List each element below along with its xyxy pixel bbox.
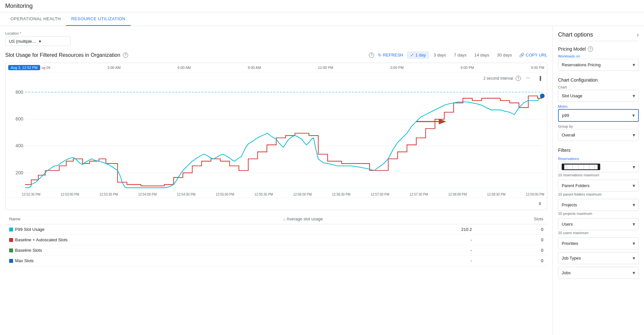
pricing-model-dropdown[interactable]: Reservations Pricing ▾	[558, 59, 639, 71]
pricing-help-icon[interactable]: ?	[588, 46, 593, 52]
job-types-dropdown[interactable]: Job Types ▾	[558, 252, 639, 264]
col-avg: ↓ Average slot usage	[279, 214, 476, 224]
panel-close-icon[interactable]: ›	[637, 31, 639, 38]
row-avg-cell: -	[279, 235, 476, 245]
chart-top-bar: 2 second interval ? 〰 ▐	[6, 72, 547, 84]
checkmark-icon: ✓	[410, 53, 414, 57]
table-row: P99 Slot Usage 210.2 0	[5, 224, 547, 235]
row-color-indicator	[9, 228, 13, 231]
chart-header: Slot Usage for Filtered Resources in Org…	[5, 51, 547, 59]
filter-parent-folders: Parent Folders ▾ 10 parent folders maxim…	[558, 180, 639, 196]
location-label: Location *	[5, 31, 547, 35]
data-table: Name ↓ Average slot usage Slots P99 Slot…	[5, 214, 547, 266]
filter-priorities: Priorities ▾	[558, 237, 639, 249]
chevron-down-icon: ▾	[633, 164, 635, 170]
row-slots-cell: 0	[476, 224, 547, 235]
users-sub: 10 users maximum	[558, 231, 639, 235]
reservations-dropdown[interactable]: ████████████ ▾	[558, 161, 639, 172]
top-bar: Monitoring	[0, 0, 644, 12]
parent-folders-dropdown[interactable]: Parent Folders ▾	[558, 180, 639, 192]
copy-url-button[interactable]: 🔗 COPY URL	[519, 53, 547, 57]
pricing-model-title: Pricing Model ?	[558, 46, 639, 52]
chevron-down-icon: ▾	[633, 240, 635, 247]
app-title: Monitoring	[5, 3, 33, 9]
time-btn-7days[interactable]: 7 days	[451, 51, 470, 59]
col-slots: Slots	[476, 214, 547, 224]
reservations-value: ████████████	[562, 164, 600, 170]
projects-dropdown[interactable]: Projects ▾	[558, 199, 639, 211]
line-chart-icon[interactable]: 〰	[523, 74, 533, 83]
chevron-down-icon: ▾	[633, 183, 635, 189]
refresh-button[interactable]: ↻ REFRESH	[378, 53, 403, 57]
filter-projects: Projects ▾ 10 projects maximum	[558, 199, 639, 215]
group-by-label: Group by	[558, 124, 639, 128]
svg-text:800: 800	[15, 89, 23, 95]
chevron-down-icon: ▾	[632, 112, 635, 119]
panel-title: Chart options ›	[558, 31, 639, 41]
chart-config-section: Chart Configuration Chart Slot Usage ▾ M…	[558, 77, 639, 141]
svg-text:200: 200	[15, 170, 23, 175]
time-btn-14days[interactable]: 14 days	[471, 51, 493, 59]
row-avg-cell: -	[279, 256, 476, 266]
tab-resource-utilization[interactable]: RESOURCE UTILIZATION	[66, 12, 131, 26]
main-layout: Location * US (multiple regions in Un...…	[0, 26, 644, 335]
chevron-down-icon: ▾	[633, 62, 635, 68]
location-value: US (multiple regions in Un...	[9, 39, 37, 44]
tabs: OPERATIONAL HEALTH RESOURCE UTILIZATION	[0, 12, 644, 26]
chart-help-icon[interactable]: ?	[369, 53, 374, 58]
time-btn-30days[interactable]: 30 days	[494, 51, 515, 59]
filter-users: Users ▾ 10 users maximum	[558, 218, 639, 235]
chevron-down-icon: ▾	[633, 132, 635, 138]
metric-label: Metric	[558, 104, 639, 108]
chevron-down-icon: ▾	[633, 270, 635, 276]
table-row: Baseline + Autoscaled Slots - 0	[5, 235, 547, 245]
svg-text:400: 400	[15, 143, 23, 148]
chevron-down-icon: ▾	[633, 202, 635, 208]
chart-svg-wrapper: 800 600 400 200	[6, 84, 547, 192]
row-color-indicator	[9, 248, 13, 252]
pause-icon[interactable]: ⏸	[535, 199, 544, 208]
row-color-indicator	[9, 238, 13, 242]
row-slots-cell: 0	[476, 235, 547, 245]
chevron-down-icon: ▾	[633, 93, 635, 99]
chart-type-dropdown[interactable]: Slot Usage ▾	[558, 90, 639, 102]
time-btn-1day[interactable]: ✓ 1 day	[407, 51, 429, 59]
chevron-down-icon: ▾	[633, 255, 635, 261]
row-name-cell: Max Slots	[5, 256, 279, 266]
bar-chart-icon[interactable]: ▐	[535, 74, 544, 83]
tab-operational[interactable]: OPERATIONAL HEALTH	[5, 12, 66, 26]
chevron-down-icon: ▾	[39, 39, 67, 44]
date-badge: Aug 3, 12:52 PM	[8, 65, 40, 70]
svg-point-10	[540, 94, 545, 98]
projects-sub: 10 projects maximum	[558, 212, 639, 215]
metric-dropdown[interactable]: p99 ▾	[558, 109, 639, 122]
row-color-indicator	[9, 259, 13, 263]
location-section: Location * US (multiple regions in Un...…	[5, 31, 547, 46]
row-slots-cell: 0	[476, 245, 547, 256]
jobs-dropdown[interactable]: Jobs ▾	[558, 267, 639, 279]
row-slots-cell: 0	[476, 256, 547, 266]
filters-title: Filters	[558, 148, 639, 153]
chart-title-help-icon[interactable]: ?	[123, 53, 128, 58]
sort-icon: ↓	[283, 216, 285, 221]
chart-container: Aug 3, 12:52 PM ug 04 3:00 AM 6:00 AM 9:…	[5, 63, 547, 210]
group-by-dropdown[interactable]: Overall ▾	[558, 129, 639, 141]
chart-config-title: Chart Configuration	[558, 77, 639, 83]
filter-job-types: Job Types ▾	[558, 252, 639, 264]
parent-folders-sub: 10 parent folders maximum	[558, 192, 639, 196]
col-name: Name	[5, 214, 279, 224]
row-name-cell: Baseline Slots	[5, 245, 279, 256]
users-dropdown[interactable]: Users ▾	[558, 218, 639, 230]
chart-title: Slot Usage for Filtered Resources in Org…	[5, 52, 120, 58]
reservations-label: Reservations	[558, 157, 639, 161]
row-avg-cell: -	[279, 245, 476, 256]
workloads-label: Workloads on	[558, 54, 639, 58]
main-chart-svg: 800 600 400 200	[6, 84, 547, 192]
svg-text:600: 600	[15, 116, 23, 121]
right-panel: Chart options › Pricing Model ? Workload…	[553, 26, 644, 335]
interval-help-icon[interactable]: ?	[516, 76, 521, 81]
time-btn-3days[interactable]: 3 days	[430, 51, 449, 59]
priorities-dropdown[interactable]: Priorities ▾	[558, 237, 639, 249]
location-dropdown[interactable]: US (multiple regions in Un... ▾	[5, 37, 71, 46]
chart-select-label: Chart	[558, 85, 639, 89]
